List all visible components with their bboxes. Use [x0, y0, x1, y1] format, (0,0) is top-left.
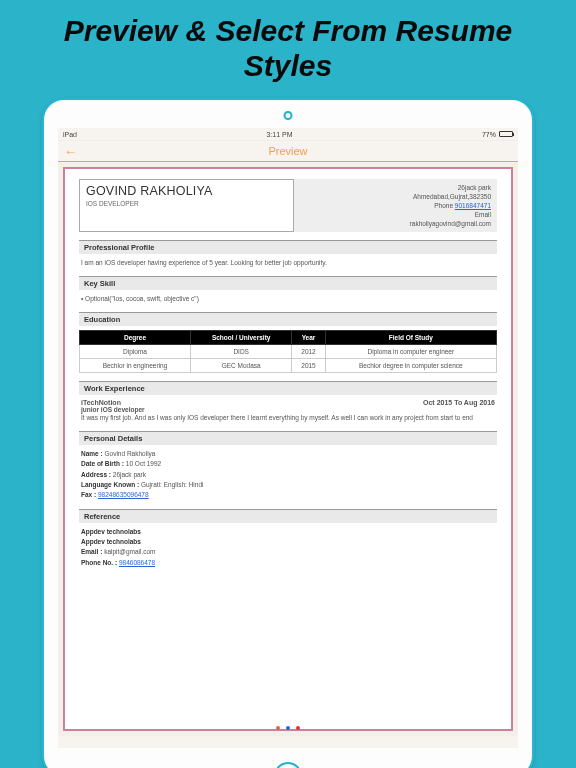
- header-name-block: GOVIND RAKHOLIYA IOS DEVELOPER: [79, 179, 294, 232]
- candidate-role: IOS DEVELOPER: [86, 200, 287, 207]
- exp-desc: It was my first job. And as I was only I…: [79, 413, 497, 423]
- status-bar: iPad 3:11 PM 77%: [58, 128, 518, 140]
- back-button[interactable]: ←: [64, 145, 77, 158]
- exp-title: junior iOS developer: [79, 406, 497, 413]
- page-indicator[interactable]: [276, 726, 300, 730]
- preview-area[interactable]: GOVIND RAKHOLIYA IOS DEVELOPER 26jack pa…: [58, 162, 518, 736]
- profile-text: I am an iOS developer having experience …: [79, 258, 497, 268]
- table-row: Bechlor in engineeringGEC Modasa 2015Bec…: [80, 358, 497, 372]
- header-contact-block: 26jack park Ahmedabad,Gujrat,382350 Phon…: [294, 179, 497, 232]
- battery-icon: [499, 131, 513, 137]
- tablet-frame: iPad 3:11 PM 77% ← Preview GOVIND RAKHOL…: [42, 98, 534, 768]
- ref-phone-link[interactable]: 9846086478: [119, 559, 155, 566]
- table-row: DiplomaDIDS 2012Diploma in computer engi…: [80, 344, 497, 358]
- phone-link[interactable]: 9016847471: [455, 202, 491, 209]
- home-button[interactable]: [274, 762, 302, 768]
- battery-pct: 77%: [482, 131, 496, 138]
- section-profile: Professional Profile: [79, 240, 497, 254]
- camera-icon: [284, 111, 293, 120]
- candidate-name: GOVIND RAKHOLIYA: [86, 184, 287, 198]
- tablet-screen: iPad 3:11 PM 77% ← Preview GOVIND RAKHOL…: [58, 128, 518, 748]
- table-header-row: Degree School / University Year Field Of…: [80, 330, 497, 344]
- section-skill: Key Skill: [79, 276, 497, 290]
- carrier-label: iPad: [63, 131, 77, 138]
- resume-document: GOVIND RAKHOLIYA IOS DEVELOPER 26jack pa…: [63, 167, 513, 731]
- dot-icon: [286, 726, 290, 730]
- education-table: Degree School / University Year Field Of…: [79, 330, 497, 373]
- dot-icon: [296, 726, 300, 730]
- dot-icon: [276, 726, 280, 730]
- section-personal: Personal Details: [79, 431, 497, 445]
- skill-text: Optional("Ios, cocoa, swift, objective c…: [79, 294, 497, 304]
- nav-title: Preview: [268, 145, 307, 157]
- exp-dates: Oct 2015 To Aug 2016: [423, 399, 495, 406]
- promo-title: Preview & Select From Resume Styles: [0, 0, 576, 85]
- section-education: Education: [79, 312, 497, 326]
- clock-label: 3:11 PM: [266, 131, 292, 138]
- fax-link[interactable]: 98248635096478: [98, 491, 149, 498]
- section-experience: Work Experience: [79, 381, 497, 395]
- exp-company: iTechNotion: [81, 399, 121, 406]
- nav-bar: ← Preview: [58, 140, 518, 162]
- section-reference: Reference: [79, 509, 497, 523]
